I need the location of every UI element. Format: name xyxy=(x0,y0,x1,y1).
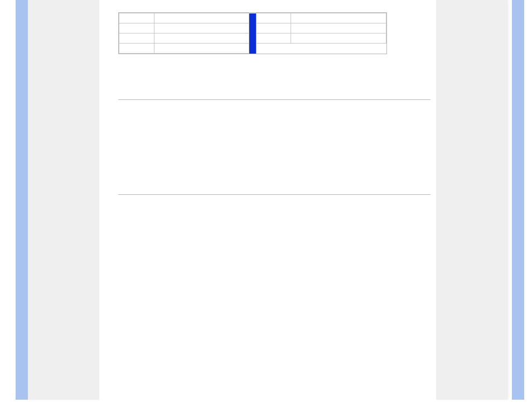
table-row xyxy=(119,23,386,33)
info-value xyxy=(291,33,386,44)
sidebar-right-primary xyxy=(436,0,485,400)
info-value xyxy=(154,13,249,23)
outer-frame-left xyxy=(16,0,28,400)
info-value xyxy=(291,23,386,33)
sidebar-left xyxy=(28,0,99,400)
info-label xyxy=(119,44,154,54)
info-label xyxy=(119,23,154,33)
table-row xyxy=(119,44,386,54)
info-label xyxy=(119,33,154,44)
info-label xyxy=(119,13,154,23)
horizontal-rule xyxy=(118,99,431,100)
sidebar-right-secondary xyxy=(485,0,507,400)
table-row xyxy=(119,33,386,44)
info-label xyxy=(256,23,291,33)
main-content xyxy=(99,0,436,400)
table-row xyxy=(119,13,386,23)
empty-cell xyxy=(256,44,386,54)
info-value xyxy=(291,13,386,23)
table-divider xyxy=(249,13,256,23)
info-value xyxy=(154,44,249,54)
info-value xyxy=(154,33,249,44)
table-divider xyxy=(249,44,256,54)
info-table xyxy=(118,12,387,54)
info-label xyxy=(256,33,291,44)
outer-frame-right xyxy=(512,0,524,400)
info-value xyxy=(154,23,249,33)
info-label xyxy=(256,13,291,23)
table-divider xyxy=(249,33,256,44)
horizontal-rule xyxy=(118,194,431,195)
table-divider xyxy=(249,23,256,33)
